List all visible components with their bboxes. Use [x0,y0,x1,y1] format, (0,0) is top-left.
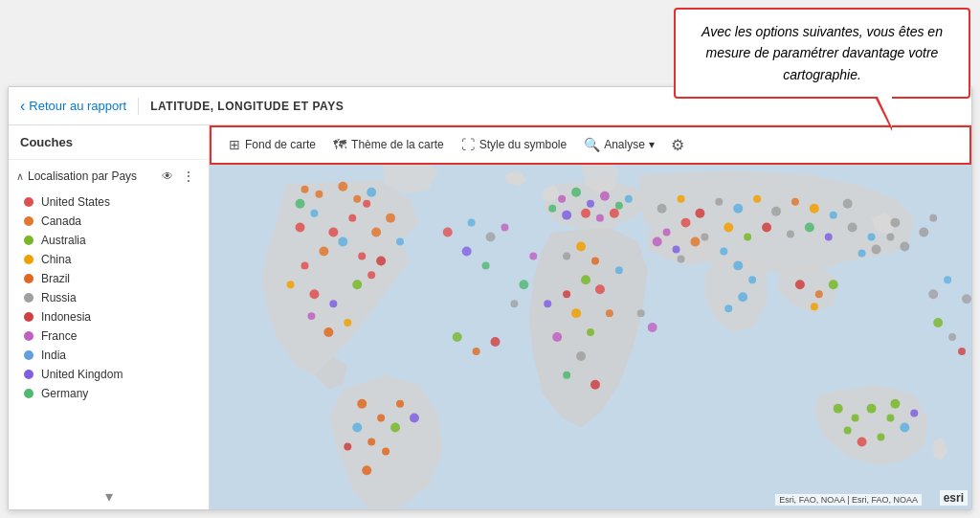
gear-button[interactable]: ⚙ [664,131,691,158]
legend-label: United States [41,195,110,209]
svg-point-60 [576,351,586,361]
collapse-icon[interactable]: ∧ [16,170,24,183]
svg-point-89 [748,276,756,283]
svg-point-80 [762,223,771,233]
theme-carte-button[interactable]: 🗺 Thème de la carte [325,133,452,156]
style-label: Style du symbole [479,138,567,151]
svg-point-88 [733,260,743,270]
svg-point-33 [396,400,404,408]
svg-point-74 [843,199,853,209]
svg-point-71 [791,198,799,206]
svg-point-131 [933,318,943,327]
svg-point-66 [695,209,704,218]
svg-point-49 [563,252,570,259]
svg-point-75 [663,229,671,236]
svg-point-76 [681,218,691,228]
svg-point-78 [724,223,733,233]
legend-label: Brazil [41,272,70,285]
main-window: Retour au rapport LATITUDE, LONGITUDE ET… [8,86,972,510]
svg-point-115 [910,410,918,417]
svg-point-7 [338,237,347,247]
svg-point-82 [805,223,814,233]
svg-point-93 [815,290,823,298]
legend-item: Australia [9,231,209,250]
svg-point-53 [563,290,570,298]
svg-point-99 [858,249,866,257]
svg-point-105 [678,255,685,262]
style-icon: ⛶ [461,137,475,152]
map-canvas[interactable]: Esri, FAO, NOAA | Esri, FAO, NOAA esri [210,165,971,509]
svg-point-135 [962,294,971,304]
svg-point-39 [571,188,581,197]
svg-point-70 [771,207,781,216]
svg-point-56 [571,308,581,318]
fond-de-carte-button[interactable]: ⊞ Fond de carte [221,133,323,156]
page-title: LATITUDE, LONGITUDE ET PAYS [150,100,344,113]
scroll-down-indicator: ▾ [9,484,209,509]
svg-point-37 [344,442,351,450]
svg-point-15 [386,214,395,223]
analyse-button[interactable]: 🔍 Analyse [576,133,662,156]
eye-icon[interactable] [159,168,176,185]
legend-dot [24,312,33,322]
svg-point-41 [600,191,610,201]
svg-point-90 [738,292,747,302]
svg-point-16 [396,238,404,246]
svg-point-38 [558,195,566,203]
layer-group-label: Localisation par Pays [28,169,137,183]
svg-point-27 [301,186,309,193]
legend-label: France [41,329,77,343]
svg-point-68 [733,204,743,214]
svg-point-5 [319,246,328,256]
legend-item: Canada [9,212,209,231]
legend-label: India [41,349,66,362]
sidebar-header: Couches [9,125,209,160]
svg-point-127 [491,337,501,347]
svg-point-30 [390,423,400,433]
svg-point-128 [637,309,645,317]
svg-point-119 [443,228,453,237]
svg-point-4 [348,214,356,222]
svg-point-18 [363,200,370,208]
legend-item: India [9,346,209,365]
svg-point-34 [410,414,419,423]
svg-point-12 [329,300,337,307]
fond-carte-icon: ⊞ [229,137,240,152]
svg-point-96 [872,244,881,254]
legend-dot [24,274,33,283]
svg-point-126 [473,348,480,355]
svg-point-81 [787,231,794,238]
style-symbole-button[interactable]: ⛶ Style du symbole [454,133,574,156]
svg-point-113 [844,427,852,435]
svg-point-29 [377,415,385,422]
esri-logo: esri [940,490,968,506]
svg-point-28 [357,399,367,409]
svg-point-112 [858,437,867,446]
legend-label: China [41,253,71,266]
more-options-icon[interactable] [180,168,197,185]
tooltip-box: Avec les options suivantes, vous êtes en… [674,8,970,99]
svg-point-67 [715,198,723,206]
svg-point-6 [301,261,309,269]
svg-point-117 [519,280,528,289]
sidebar: Couches ∧ Localisation par Pays United S… [9,125,210,509]
legend-label: Indonesia [41,310,91,324]
svg-point-13 [352,280,362,289]
back-label: Retour au rapport [29,99,126,113]
legend-label: Germany [41,387,88,400]
svg-point-72 [810,204,819,214]
svg-point-44 [596,214,604,222]
back-button[interactable]: Retour au rapport [20,98,139,115]
svg-point-48 [625,195,633,203]
legend-label: Australia [41,234,86,247]
svg-point-79 [744,234,751,241]
svg-point-42 [615,202,623,210]
svg-point-59 [606,309,613,317]
map-area: ⊞ Fond de carte 🗺 Thème de la carte ⛶ St… [210,125,971,509]
tooltip-text: Avec les options suivantes, vous êtes en… [702,24,943,82]
legend-dot [24,216,33,226]
svg-point-118 [510,300,518,307]
svg-point-20 [344,319,351,327]
svg-point-98 [900,242,909,252]
tooltip-arrow [875,97,892,131]
